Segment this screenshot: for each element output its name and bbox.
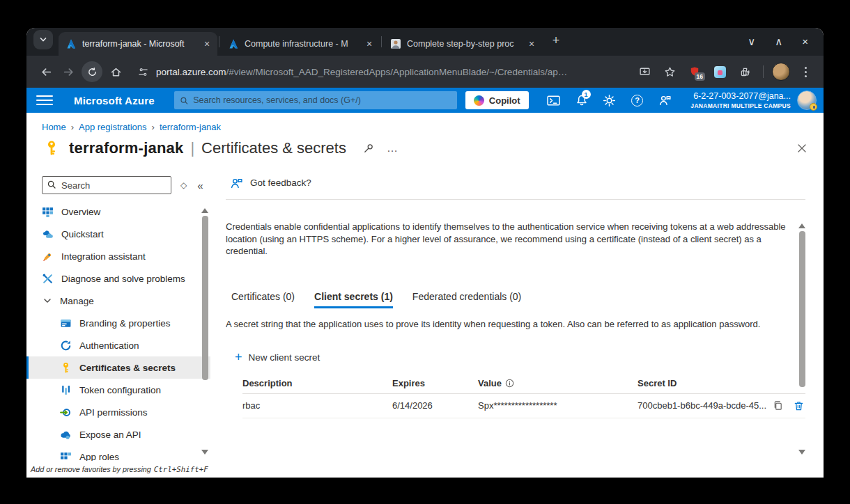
secret-value: Spx****************** (478, 400, 638, 411)
grid-icon (60, 451, 72, 462)
content-scrollbar[interactable] (798, 220, 806, 458)
copilot-button[interactable]: Copilot (465, 91, 529, 109)
azure-favicon-icon (228, 38, 239, 49)
breadcrumb-home[interactable]: Home (42, 122, 66, 132)
api-circle-arrow-icon (60, 407, 72, 418)
sidebar-item-label: Token configuration (79, 385, 161, 395)
window-close-icon[interactable]: × (802, 36, 808, 48)
scroll-down-arrow[interactable] (201, 450, 208, 458)
sidebar-item-app-roles[interactable]: App roles (26, 446, 210, 461)
forward-button[interactable] (57, 61, 79, 83)
azure-search-box[interactable] (174, 91, 457, 109)
portal-menu-button[interactable] (36, 95, 53, 105)
adblock-count-badge: 16 (695, 72, 705, 81)
sidebar-item-branding[interactable]: Branding & properties (26, 312, 210, 334)
sidebar-item-label: Integration assistant (61, 251, 146, 262)
blade-body: ◇ « Overview Quickstart Integration assi… (26, 166, 824, 478)
tab-close-icon[interactable]: × (363, 38, 376, 50)
feedback-button[interactable] (651, 88, 679, 113)
sidebar-item-certificates-secrets[interactable]: Certificates & secrets (26, 356, 210, 379)
scroll-up-arrow[interactable] (201, 205, 208, 213)
browser-menu-button[interactable] (796, 62, 815, 81)
terminal-icon (547, 95, 560, 107)
column-description[interactable]: Description (242, 378, 392, 388)
chevron-down-icon (43, 297, 52, 305)
scrollbar-thumb[interactable] (202, 216, 208, 380)
bookmark-star-button[interactable] (660, 62, 679, 81)
forward-arrow-icon (63, 66, 75, 78)
info-icon (505, 379, 514, 388)
tab-certificates[interactable]: Certificates (0) (231, 291, 295, 308)
sidebar-item-diagnose[interactable]: Diagnose and solve problems (26, 267, 210, 290)
collapse-sidebar-icon[interactable]: « (197, 180, 203, 191)
window-minimize-icon[interactable]: ∨ (748, 36, 755, 48)
azure-brand[interactable]: Microsoft Azure (74, 95, 155, 107)
grid-icon (42, 206, 54, 218)
table-row: rbac 6/14/2026 Spx****************** 700… (242, 394, 805, 418)
tab-client-secrets[interactable]: Client secrets (1) (314, 291, 393, 308)
install-app-button[interactable] (635, 62, 654, 81)
tab-federated-credentials[interactable]: Federated credentials (0) (412, 291, 521, 308)
column-expires[interactable]: Expires (392, 378, 478, 388)
scroll-up-arrow[interactable] (798, 220, 805, 228)
copy-secret-id-button[interactable] (773, 400, 783, 411)
extensions-button[interactable] (735, 62, 755, 81)
got-feedback-link[interactable]: Got feedback? (226, 166, 805, 199)
tab-search-button[interactable] (33, 30, 53, 49)
color-extension-button[interactable] (710, 62, 729, 81)
sidebar-item-expose-api[interactable]: Expose an API (26, 423, 210, 446)
help-button[interactable]: ? (624, 88, 651, 113)
sidebar-search-input[interactable] (42, 176, 171, 194)
filter-diamond-icon[interactable]: ◇ (180, 180, 187, 190)
copilot-label: Copilot (489, 95, 520, 106)
kebab-menu-icon (797, 67, 814, 77)
breadcrumb: Home › App registrations › terraform-jan… (26, 113, 824, 132)
scroll-down-arrow[interactable] (798, 450, 805, 458)
tab-terraform-janak[interactable]: terraform-janak - Microsoft × (59, 32, 217, 56)
tab-divider (219, 36, 219, 47)
window-maximize-icon[interactable]: ∧ (775, 36, 782, 48)
blade-close-button[interactable] (797, 143, 807, 153)
tools-icon (42, 273, 54, 285)
home-button[interactable] (105, 61, 127, 83)
browser-profile-avatar[interactable] (772, 63, 790, 81)
sidebar-group-manage[interactable]: Manage (26, 290, 210, 312)
new-client-secret-button[interactable]: New client secret (249, 352, 320, 363)
tab-compute-infrastructure[interactable]: Compute infrastructure - M × (221, 32, 380, 56)
sidebar-item-integration-assistant[interactable]: Integration assistant (26, 245, 210, 267)
column-secret-id[interactable]: Secret ID (638, 378, 805, 388)
tab-close-icon[interactable]: × (201, 38, 213, 50)
new-tab-button[interactable]: + (546, 31, 566, 50)
azure-top-bar: Microsoft Azure Copilot 1 ? (26, 88, 824, 113)
back-button[interactable] (35, 61, 57, 83)
breadcrumb-terraform-janak[interactable]: terraform-janak (160, 122, 221, 132)
sidebar-scrollbar[interactable] (201, 205, 209, 458)
breadcrumb-app-registrations[interactable]: App registrations (79, 122, 147, 132)
sidebar-item-api-permissions[interactable]: API permissions (26, 401, 210, 423)
adblock-extension-button[interactable]: 16 (685, 62, 704, 81)
scrollbar-thumb[interactable] (799, 231, 805, 387)
account-avatar[interactable] (797, 90, 817, 110)
search-icon (47, 180, 56, 189)
cloud-shell-button[interactable] (540, 88, 568, 113)
sidebar-item-authentication[interactable]: Authentication (26, 334, 210, 356)
account-info[interactable]: 6-2-27-003-2077@jana... JANAMAITRI MULTI… (690, 91, 791, 109)
sidebar-item-quickstart[interactable]: Quickstart (26, 223, 210, 245)
sidebar-item-token-configuration[interactable]: Token configuration (26, 379, 210, 401)
settings-button[interactable] (596, 88, 624, 113)
sidebar-item-overview[interactable]: Overview (26, 200, 210, 223)
sidebar-group-label: Manage (60, 296, 94, 306)
reload-button[interactable] (82, 61, 102, 82)
copy-icon (773, 400, 783, 411)
pin-button[interactable] (363, 143, 374, 154)
address-bar[interactable]: portal.azure.com/#view/Microsoft_AAD_Reg… (127, 67, 628, 77)
more-options-button[interactable]: … (387, 142, 399, 155)
favorites-hint: Add or remove favorites by pressing Ctrl… (26, 461, 210, 478)
azure-search-input[interactable] (193, 95, 451, 105)
notifications-button[interactable]: 1 (568, 88, 596, 113)
azure-favicon-icon (65, 38, 77, 49)
tab-close-icon[interactable]: × (525, 38, 538, 50)
tab-complete-step-by-step[interactable]: Complete step-by-step proc × (383, 32, 542, 56)
column-value[interactable]: Value (478, 378, 502, 388)
blade-sidebar: ◇ « Overview Quickstart Integration assi… (26, 166, 210, 478)
